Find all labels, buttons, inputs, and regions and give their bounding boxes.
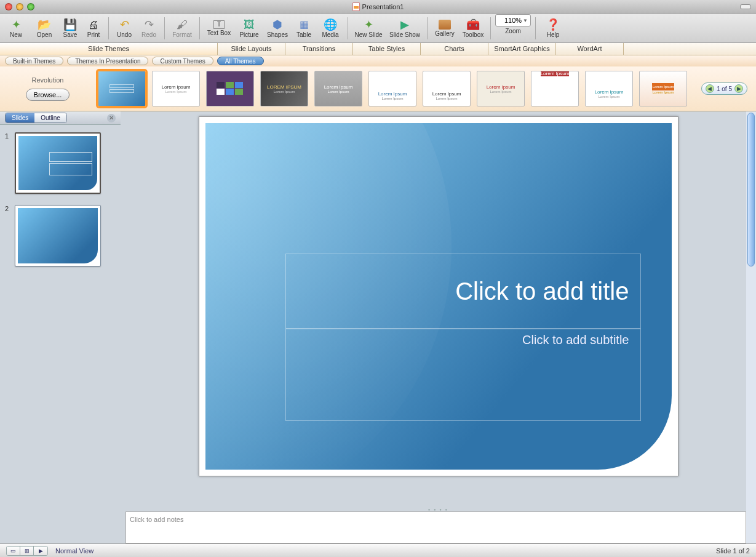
media-icon: 🌐 <box>324 18 337 31</box>
notes-pane[interactable]: Click to add notes <box>125 511 746 543</box>
theme-thumb[interactable]: Lorem IpsumLorem Ipsum <box>152 71 200 106</box>
vertical-scrollbar[interactable] <box>746 111 756 543</box>
zoom-window-button[interactable] <box>27 3 34 10</box>
save-icon: 💾 <box>63 18 77 31</box>
theme-thumb[interactable]: Lorem IpsumLorem Ipsum <box>314 71 362 106</box>
help-button[interactable]: ❓Help <box>539 15 567 42</box>
subtab-in-presentation[interactable]: Themes In Presentation <box>67 57 148 65</box>
pager-text: 1 of 5 <box>717 86 732 92</box>
redo-icon: ↷ <box>145 18 154 31</box>
current-theme-name: Revolution <box>32 76 64 84</box>
toolbar-toggle-button[interactable] <box>740 4 751 9</box>
subtitle-placeholder[interactable]: Click to add subtitle <box>285 329 641 421</box>
zoom-label: Zoom <box>505 28 521 34</box>
undo-icon: ↶ <box>120 18 129 31</box>
window-title: Presentation1 <box>362 3 404 10</box>
print-button[interactable]: 🖨Print <box>82 15 105 42</box>
tab-table-styles[interactable]: Table Styles <box>353 43 421 55</box>
format-icon: 🖌 <box>177 18 188 31</box>
titlebar: Presentation1 <box>0 0 756 14</box>
theme-gallery: Revolution Browse... Lorem IpsumLorem Ip… <box>0 66 756 111</box>
tab-wordart[interactable]: WordArt <box>556 43 624 55</box>
sorter-view-button[interactable]: ⊞ <box>20 547 34 555</box>
theme-thumb[interactable]: Lorem IpsumLorem Ipsum <box>477 71 525 106</box>
redo-button[interactable]: ↷Redo <box>137 15 161 42</box>
theme-thumb[interactable]: Lorem IpsumLorem Ipsum <box>368 71 416 106</box>
table-icon: ▦ <box>300 18 309 31</box>
close-window-button[interactable] <box>5 3 12 10</box>
chevron-down-icon[interactable]: ▼ <box>522 18 529 23</box>
picture-icon: 🖼 <box>244 18 255 31</box>
pager-next-icon[interactable]: ▶ <box>734 84 743 93</box>
theme-thumb[interactable]: Lorem IpsumLorem Ipsum <box>639 71 687 106</box>
save-button[interactable]: 💾Save <box>59 15 81 42</box>
outline-tab[interactable]: Outline <box>34 113 66 122</box>
zoom-control[interactable]: ▼ <box>495 14 531 26</box>
slideshow-view-button[interactable]: ▶ <box>34 547 47 555</box>
undo-button[interactable]: ↶Undo <box>113 15 136 42</box>
view-mode-label: Normal View <box>55 547 94 555</box>
open-icon: 📂 <box>38 18 51 31</box>
slide-counter: Slide 1 of 2 <box>716 547 750 555</box>
slideshow-icon: ▶ <box>400 18 409 31</box>
format-button[interactable]: 🖌Format <box>169 15 196 42</box>
slide-thumbnail-1[interactable]: 1 <box>5 132 116 194</box>
shapes-icon: ⬢ <box>273 18 282 31</box>
toolbox-button[interactable]: 🧰Toolbox <box>460 15 487 42</box>
subtab-builtin[interactable]: Built-in Themes <box>5 57 63 65</box>
theme-thumb-revolution[interactable] <box>98 71 146 106</box>
tab-transitions[interactable]: Transitions <box>285 43 353 55</box>
open-button[interactable]: 📂Open <box>31 15 58 42</box>
tab-slide-layouts[interactable]: Slide Layouts <box>218 43 285 55</box>
theme-thumb[interactable]: LOREM IPSUMLorem Ipsum <box>260 71 308 106</box>
slide-thumbnail-2[interactable]: 2 <box>5 205 116 266</box>
view-switcher: ▭ ⊞ ▶ <box>6 546 48 556</box>
toolbox-icon: 🧰 <box>466 18 480 31</box>
theme-subtabs: Built-in Themes Themes In Presentation C… <box>0 55 756 66</box>
new-button[interactable]: ✦New <box>2 15 30 42</box>
slide-canvas: Click to add title Click to add subtitle <box>199 116 678 476</box>
subtab-custom[interactable]: Custom Themes <box>152 57 213 65</box>
print-icon: 🖨 <box>88 18 99 31</box>
document-icon <box>352 2 360 11</box>
theme-thumb[interactable]: Lorem IpsumLorem Ipsum <box>423 71 471 106</box>
browse-button[interactable]: Browse... <box>26 89 70 101</box>
picture-button[interactable]: 🖼Picture <box>236 15 263 42</box>
slides-tab[interactable]: Slides <box>6 113 34 122</box>
media-button[interactable]: 🌐Media <box>317 15 344 42</box>
theme-thumb[interactable] <box>206 71 254 106</box>
theme-pager[interactable]: ◀ 1 of 5 ▶ <box>701 82 747 95</box>
table-button[interactable]: ▦Table <box>292 15 316 42</box>
new-slide-icon: ✦ <box>364 18 373 31</box>
textbox-button[interactable]: TText Box <box>204 15 234 42</box>
new-icon: ✦ <box>12 18 21 31</box>
zoom-input[interactable] <box>497 17 522 24</box>
subtab-all[interactable]: All Themes <box>217 57 264 65</box>
title-placeholder[interactable]: Click to add title <box>285 254 641 329</box>
textbox-icon: T <box>213 20 225 29</box>
tab-slide-themes[interactable]: Slide Themes <box>0 43 218 55</box>
new-slide-button[interactable]: ✦New Slide <box>352 15 385 42</box>
help-icon: ❓ <box>546 18 560 31</box>
status-bar: ▭ ⊞ ▶ Normal View Slide 1 of 2 <box>0 543 756 557</box>
slideshow-button[interactable]: ▶Slide Show <box>386 15 423 42</box>
normal-view-button[interactable]: ▭ <box>7 547 20 555</box>
minimize-window-button[interactable] <box>16 3 23 10</box>
gallery-button[interactable]: Gallery <box>431 15 458 42</box>
pager-prev-icon[interactable]: ◀ <box>706 84 714 93</box>
ribbon-tabs: Slide Themes Slide Layouts Transitions T… <box>0 43 756 55</box>
main-toolbar: ✦New 📂Open 💾Save 🖨Print ↶Undo ↷Redo 🖌For… <box>0 14 756 43</box>
shapes-button[interactable]: ⬢Shapes <box>264 15 291 42</box>
theme-thumb[interactable]: Lorem IpsumLorem Ipsum <box>585 71 633 106</box>
tab-smartart[interactable]: SmartArt Graphics <box>488 43 556 55</box>
gallery-icon <box>439 20 451 30</box>
close-panel-icon[interactable]: ✕ <box>107 114 116 122</box>
theme-thumb[interactable]: Lorem Ipsum <box>531 71 579 106</box>
slide-panel: Slides Outline ✕ 1 2 <box>0 111 121 543</box>
tab-charts[interactable]: Charts <box>421 43 488 55</box>
slide-canvas-area[interactable]: Click to add title Click to add subtitle <box>121 111 756 508</box>
window-controls <box>0 3 34 10</box>
